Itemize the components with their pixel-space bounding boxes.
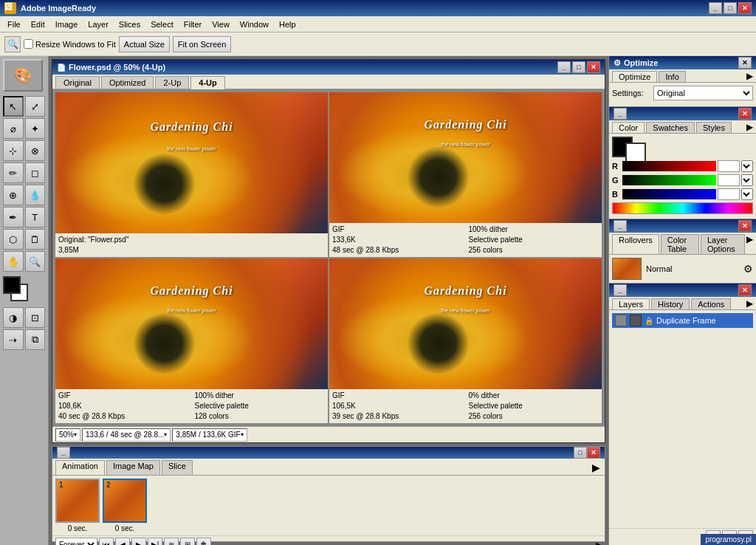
toggle-tool[interactable]: ⊡	[25, 307, 46, 328]
preview-img-1[interactable]: Gardening Chi the new flower power	[55, 92, 328, 233]
layers-minimize[interactable]: _	[614, 284, 627, 296]
tab-swatches[interactable]: Swatches	[646, 122, 695, 133]
resize-windows-check[interactable]: Resize Windows to Fit	[24, 39, 116, 49]
menu-select[interactable]: Select	[146, 18, 178, 30]
close-button[interactable]: ✕	[738, 2, 752, 14]
preview-toggle[interactable]: ◑	[3, 307, 24, 328]
crop-tool[interactable]: ⊹	[3, 140, 24, 161]
tab-slice[interactable]: Slice	[162, 460, 193, 475]
actual-size-button[interactable]: Actual Size	[119, 36, 170, 52]
preview-img-2[interactable]: Gardening Chi the new flower power	[329, 92, 602, 223]
menu-slices[interactable]: Slices	[114, 18, 145, 30]
tab-optimize[interactable]: Optimize	[612, 71, 657, 82]
rollover-gear-icon[interactable]: ⚙	[743, 263, 753, 275]
lasso-tool[interactable]: ⌀	[3, 118, 24, 139]
slice-tool[interactable]: ⊗	[25, 140, 46, 161]
wand-tool[interactable]: ✦	[25, 118, 46, 139]
anim-panel-close[interactable]: ✕	[587, 447, 600, 459]
img-minimize-button[interactable]: _	[557, 61, 571, 73]
anim-scroll-right[interactable]: ▶	[596, 541, 602, 546]
brush-tool[interactable]: ✏	[3, 162, 24, 183]
settings-select[interactable]: Original	[653, 86, 753, 100]
tab-original[interactable]: Original	[55, 76, 100, 89]
menu-file[interactable]: File	[3, 18, 25, 30]
tab-info[interactable]: Info	[659, 71, 685, 82]
layer-item-1[interactable]: 🔒 Duplicate Frame	[612, 313, 753, 328]
r-slider[interactable]	[622, 161, 716, 171]
delete-frame-button[interactable]: 🗑	[196, 538, 211, 545]
loop-select[interactable]: Forever	[55, 538, 97, 545]
zoom-arrow[interactable]: ▾	[74, 431, 77, 438]
zoom-tool-icon[interactable]: 🔍	[4, 36, 21, 52]
prev-frame-button[interactable]: ◀	[115, 538, 130, 545]
tab-rollovers[interactable]: Rollovers	[612, 234, 659, 254]
eraser-tool[interactable]: ◻	[25, 162, 46, 183]
tab-4up[interactable]: 4-Up	[190, 76, 224, 89]
anim-panel-minimize[interactable]: _	[57, 447, 70, 459]
transform-tool[interactable]: ⤢	[25, 96, 45, 117]
tab-image-map[interactable]: Image Map	[106, 460, 160, 475]
zoom-tool[interactable]: 🔍	[25, 251, 46, 272]
opt-panel-menu[interactable]: ▶	[746, 71, 753, 82]
animation-frame-1[interactable]: 1	[55, 479, 100, 523]
tab-history[interactable]: History	[651, 298, 690, 309]
first-frame-button[interactable]: ⏮	[99, 538, 114, 545]
menu-help[interactable]: Help	[275, 18, 300, 30]
opt-panel-close[interactable]: ✕	[738, 57, 752, 69]
size-arrow-2[interactable]: ▾	[241, 431, 244, 438]
tab-2up[interactable]: 2-Up	[155, 76, 189, 89]
play-button[interactable]: ▶	[131, 538, 146, 545]
tab-animation[interactable]: Animation	[55, 460, 105, 475]
notes-tool[interactable]: 🗒	[25, 229, 46, 250]
rollovers-minimize[interactable]: _	[614, 220, 627, 232]
pen-tool[interactable]: ✒	[3, 207, 24, 227]
menu-window[interactable]: Window	[236, 18, 273, 30]
g-input[interactable]: 00	[718, 174, 740, 186]
b-dropdown[interactable]: ▾	[741, 188, 753, 200]
anim-menu-arrow[interactable]: ▶	[591, 460, 602, 475]
fg-color-swatch[interactable]	[3, 276, 21, 294]
color-swatch-bar[interactable]	[612, 202, 753, 214]
fit-screen-button[interactable]: Fit on Screen	[173, 36, 231, 52]
text-tool[interactable]: T	[25, 207, 46, 227]
layers-close[interactable]: ✕	[738, 284, 752, 296]
anim-panel-maximize[interactable]: □	[574, 447, 587, 459]
b-slider[interactable]	[622, 189, 716, 199]
menu-layer[interactable]: Layer	[83, 18, 113, 30]
color-panel-minimize[interactable]: _	[614, 108, 627, 120]
tab-layers[interactable]: Layers	[612, 298, 650, 309]
blur-tool[interactable]: 💧	[25, 185, 46, 205]
tab-color-table[interactable]: Color Table	[661, 234, 699, 254]
rollover-thumbnail[interactable]	[612, 258, 642, 280]
menu-image[interactable]: Image	[51, 18, 83, 30]
g-dropdown[interactable]: ▾	[741, 174, 753, 186]
preview-img-3[interactable]: Gardening Chi the new flower power	[55, 258, 328, 389]
minimize-button[interactable]: _	[709, 2, 722, 14]
r-input[interactable]: 00	[718, 160, 740, 172]
rollover-tool[interactable]: ⧉	[25, 329, 46, 350]
menu-filter[interactable]: Filter	[179, 18, 206, 30]
shape-tool[interactable]: ⬡	[3, 229, 24, 250]
tab-layer-options[interactable]: Layer Options	[701, 234, 745, 254]
tab-optimized[interactable]: Optimized	[101, 76, 154, 89]
menu-view[interactable]: View	[207, 18, 234, 30]
stamp-tool[interactable]: ⊕	[3, 185, 24, 205]
background-color[interactable]	[625, 143, 646, 163]
img-close-button[interactable]: ✕	[587, 61, 600, 73]
tab-color[interactable]: Color	[612, 122, 645, 133]
rollovers-menu[interactable]: ▶	[746, 234, 753, 254]
tab-styles[interactable]: Styles	[696, 122, 732, 133]
preview-img-4[interactable]: Gardening Chi the new flower power	[329, 258, 602, 389]
select-tool[interactable]: ↖	[3, 96, 24, 117]
img-maximize-button[interactable]: □	[572, 61, 585, 73]
menu-edit[interactable]: Edit	[27, 18, 49, 30]
size-arrow-1[interactable]: ▾	[164, 431, 167, 438]
layers-menu[interactable]: ▶	[746, 298, 753, 309]
b-input[interactable]: 00	[718, 188, 740, 200]
maximize-button[interactable]: □	[724, 2, 737, 14]
g-slider[interactable]	[622, 175, 716, 185]
animation-frame-2[interactable]: 2	[103, 479, 147, 523]
tween-button[interactable]: ≋	[164, 538, 179, 545]
export-tool[interactable]: ⇢	[3, 329, 24, 350]
next-frame-button[interactable]: ▶|	[148, 538, 162, 545]
